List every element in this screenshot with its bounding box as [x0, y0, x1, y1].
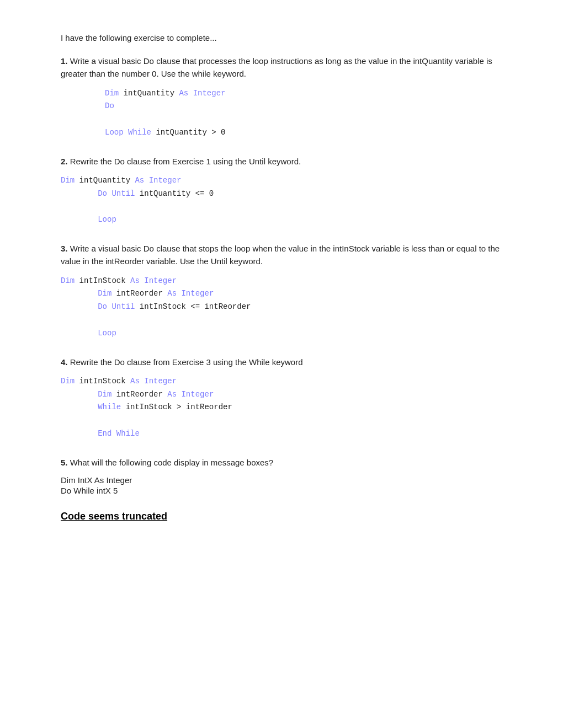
- q4-text: 4. Rewrite the Do clause from Exercise 3…: [61, 356, 502, 368]
- question-4-block: 4. Rewrite the Do clause from Exercise 3…: [61, 356, 502, 441]
- code-line: Do Until intInStock <= intReorder: [61, 301, 502, 314]
- q5-line2: Do While intX 5: [61, 486, 502, 495]
- q2-text: 2. Rewrite the Do clause from Exercise 1…: [61, 155, 502, 168]
- q1-number: 1.: [61, 56, 68, 66]
- code-line: While intInStock > intReorder: [61, 401, 502, 414]
- q4-number: 4.: [61, 357, 68, 367]
- question-3-block: 3. Write a visual basic Do clause that s…: [61, 242, 502, 340]
- q3-code: Dim intInStock As Integer Dim intReorder…: [61, 275, 502, 340]
- q5-line1: Dim IntX As Integer: [61, 475, 502, 485]
- q2-code: Dim intQuantity As Integer Do Until intQ…: [61, 174, 502, 227]
- truncated-heading: Code seems truncated: [61, 511, 502, 522]
- code-line: End While: [61, 427, 502, 441]
- code-line: Loop: [61, 213, 502, 227]
- code-line: [105, 113, 502, 126]
- q3-number: 3.: [61, 244, 68, 253]
- code-line: Do Until intQuantity <= 0: [61, 188, 502, 201]
- code-line: Dim intQuantity As Integer: [61, 174, 502, 188]
- q1-code: Dim intQuantity As Integer Do Loop While…: [61, 87, 502, 140]
- code-line: [61, 314, 502, 327]
- q5-number: 5.: [61, 458, 68, 467]
- code-line: Dim intInStock As Integer: [61, 375, 502, 388]
- q5-text: 5. What will the following code display …: [61, 456, 502, 469]
- code-line: Dim intInStock As Integer: [61, 275, 502, 288]
- code-line: Do: [105, 100, 502, 113]
- q2-number: 2.: [61, 157, 68, 166]
- code-line: Dim intReorder As Integer: [61, 287, 502, 301]
- q1-text: 1. Write a visual basic Do clause that p…: [61, 55, 502, 81]
- code-line: Dim intReorder As Integer: [61, 388, 502, 402]
- question-1-block: 1. Write a visual basic Do clause that p…: [61, 55, 502, 140]
- code-line: [61, 201, 502, 214]
- question-2-block: 2. Rewrite the Do clause from Exercise 1…: [61, 155, 502, 227]
- code-line: Loop: [61, 327, 502, 340]
- question-5-block: 5. What will the following code display …: [61, 456, 502, 495]
- q4-code: Dim intInStock As Integer Dim intReorder…: [61, 375, 502, 441]
- q3-text: 3. Write a visual basic Do clause that s…: [61, 242, 502, 268]
- intro-text: I have the following exercise to complet…: [61, 33, 502, 42]
- code-line: Dim intQuantity As Integer: [105, 87, 502, 100]
- code-line: Loop While intQuantity > 0: [105, 126, 502, 140]
- code-line: [61, 414, 502, 427]
